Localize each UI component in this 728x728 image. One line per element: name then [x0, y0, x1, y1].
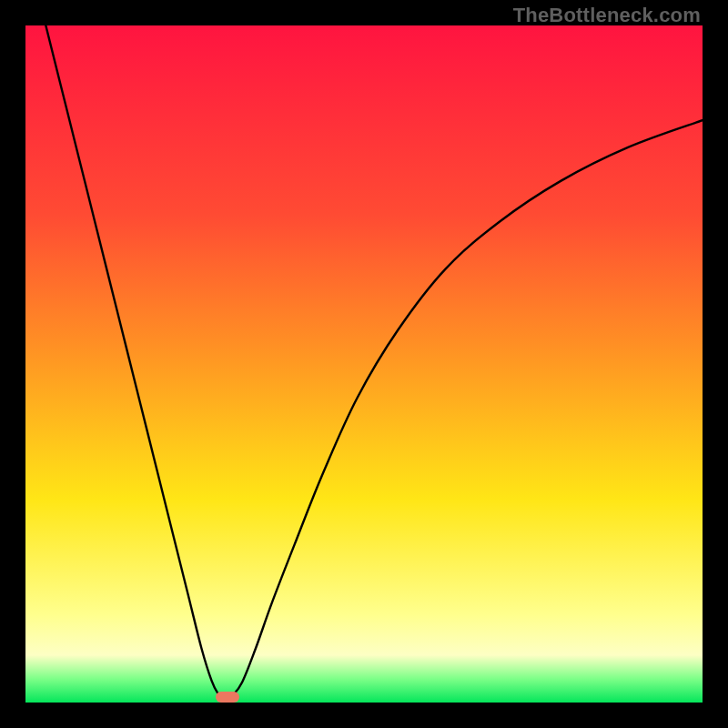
chart-frame: TheBottleneck.com	[0, 0, 728, 728]
sweet-spot-marker	[216, 692, 239, 703]
curve-right-branch	[232, 120, 703, 696]
bottleneck-curve	[25, 25, 703, 703]
watermark-text: TheBottleneck.com	[513, 4, 701, 27]
plot-area	[25, 25, 703, 703]
curve-left-branch	[46, 25, 221, 696]
